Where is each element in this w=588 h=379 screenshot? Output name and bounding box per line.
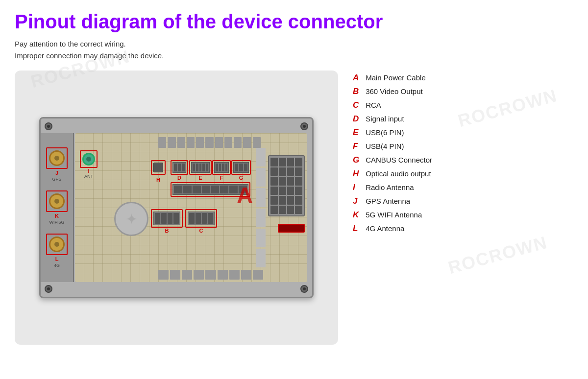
- label-a-center: A: [237, 182, 253, 209]
- legend-item-a: A Main Power Cable: [353, 73, 573, 83]
- connector-g-area: G: [231, 160, 251, 181]
- legend-letter-a: A: [353, 73, 364, 83]
- legend-desc-l: 4G Antenna: [364, 224, 404, 233]
- page-title: Pinout diagram of the device connector: [15, 10, 573, 33]
- legend-items-container: A Main Power Cable B 360 Video Output C …: [353, 73, 573, 234]
- legend-letter-g: G: [353, 155, 364, 165]
- vent-slots-bottom: [158, 270, 263, 280]
- legend-letter-h: H: [353, 169, 364, 179]
- legend-letter-i: I: [353, 183, 364, 192]
- label-g: G: [231, 175, 251, 181]
- legend-letter-l: L: [353, 224, 364, 234]
- legend-letter-c: C: [353, 100, 364, 110]
- mount-hole-tr: [300, 122, 308, 130]
- legend-desc-j: GPS Antenna: [364, 197, 410, 205]
- legend-letter-e: E: [353, 128, 364, 138]
- connector-l: [49, 237, 65, 252]
- legend-desc-f: USB(4 PIN): [364, 142, 404, 150]
- connector-j: [49, 150, 65, 166]
- connector-b: [153, 212, 180, 225]
- legend-item-b: B 360 Video Output: [353, 87, 573, 96]
- mount-hole-tl: [45, 122, 52, 130]
- legend-desc-c: RCA: [364, 101, 381, 109]
- legend-desc-h: Optical audio output: [364, 169, 431, 178]
- label-e: E: [189, 175, 212, 181]
- connector-f-area: F: [212, 160, 231, 181]
- connector-h: [153, 163, 163, 172]
- subtitle: Pay attention to the correct wiring. Imp…: [15, 38, 573, 62]
- label-b: B: [151, 228, 183, 234]
- mount-hole-br: [300, 285, 308, 293]
- l-caption: 4G: [54, 263, 60, 268]
- connector-d: [172, 162, 186, 173]
- legend-desc-e: USB(6 PIN): [364, 128, 404, 137]
- connector-d-area: D: [171, 160, 188, 181]
- connector-k: [49, 193, 65, 209]
- device-panel: J GPS K WIFI5G: [39, 117, 314, 298]
- legend-desc-g: CANBUS Connector: [364, 156, 432, 164]
- legend-letter-b: B: [353, 87, 364, 96]
- legend-desc-b: 360 Video Output: [364, 87, 423, 95]
- connector-c-area: C: [185, 209, 217, 234]
- label-d: D: [171, 175, 188, 181]
- legend-item-k: K 5G WIFI Antenna: [353, 210, 573, 220]
- page-container: ROCROWN ROCROWN ROCROWN Pinout diagram o…: [0, 0, 588, 379]
- connector-h-area: H: [151, 160, 166, 183]
- connector-i-area: I ANT: [80, 150, 98, 179]
- legend-letter-f: F: [353, 142, 364, 151]
- connector-g: [233, 162, 249, 173]
- mount-hole-bl: [45, 285, 52, 293]
- content-area: J GPS K WIFI5G: [15, 71, 573, 345]
- legend-item-c: C RCA: [353, 100, 573, 110]
- i-caption: ANT: [80, 174, 98, 179]
- connector-b-area: B: [151, 209, 183, 234]
- legend-desc-d: Signal input: [364, 115, 404, 123]
- legend-desc-a: Main Power Cable: [364, 73, 426, 82]
- connector-f: [214, 162, 229, 173]
- legend-item-e: E USB(6 PIN): [353, 128, 573, 138]
- connector-e-area: E: [189, 160, 212, 181]
- connector-c: [188, 212, 215, 225]
- legend-letter-d: D: [353, 114, 364, 124]
- label-i: I: [80, 168, 98, 174]
- connector-a-main: [268, 155, 305, 216]
- legend-desc-k: 5G WIFI Antenna: [364, 211, 422, 219]
- vent-slots-right: [256, 148, 266, 267]
- label-c: C: [185, 228, 217, 234]
- connector-i: [82, 153, 95, 166]
- legend-letter-j: J: [353, 196, 364, 206]
- label-h: H: [151, 177, 166, 183]
- label-j: J: [55, 170, 58, 176]
- legend-item-d: D Signal input: [353, 114, 573, 124]
- label-l: L: [55, 256, 59, 262]
- legend-item-h: H Optical audio output: [353, 169, 573, 179]
- legend: A Main Power Cable B 360 Video Output C …: [348, 71, 573, 237]
- label-k: K: [55, 213, 59, 219]
- legend-desc-i: Radio Antenna: [364, 183, 414, 191]
- legend-item-f: F USB(4 PIN): [353, 142, 573, 151]
- vent-slots-top: [158, 137, 261, 148]
- label-f: F: [212, 175, 231, 181]
- legend-item-j: J GPS Antenna: [353, 196, 573, 206]
- j-caption: GPS: [52, 177, 61, 182]
- fan: [114, 202, 148, 236]
- legend-letter-k: K: [353, 210, 364, 220]
- device-image: J GPS K WIFI5G: [15, 71, 338, 345]
- connector-a-small: [278, 224, 305, 233]
- pcb-area: I ANT H: [75, 133, 307, 282]
- legend-item-l: L 4G Antenna: [353, 224, 573, 234]
- left-panel: J GPS K WIFI5G: [41, 133, 74, 282]
- k-caption: WIFI5G: [49, 220, 65, 225]
- legend-item-i: I Radio Antenna: [353, 183, 573, 192]
- connector-e: [191, 162, 210, 173]
- legend-item-g: G CANBUS Connector: [353, 155, 573, 165]
